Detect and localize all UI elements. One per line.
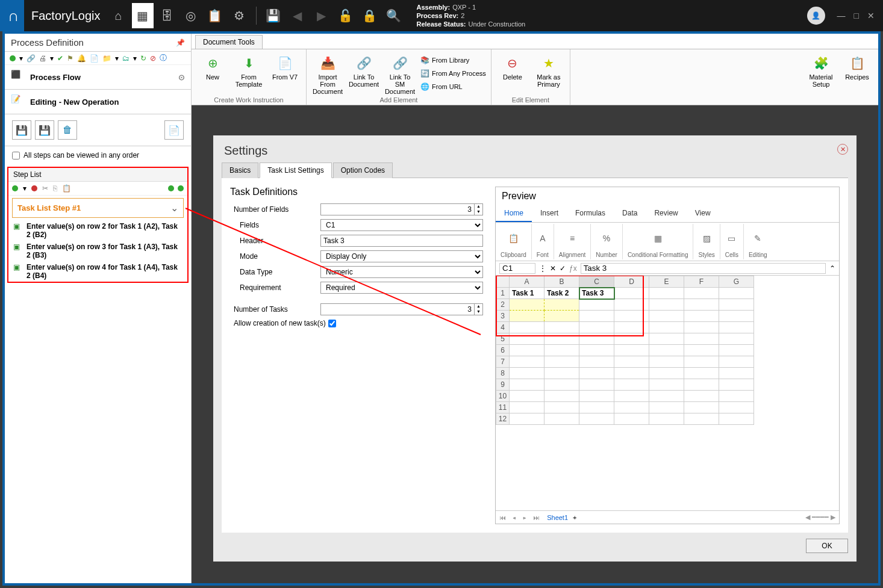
- preview-heading: Preview: [496, 187, 839, 205]
- remove-step-icon[interactable]: [31, 185, 37, 191]
- task-icon: ▣: [13, 263, 23, 280]
- trash-icon[interactable]: 🗑: [58, 120, 77, 140]
- tab-basics[interactable]: Basics: [222, 162, 258, 178]
- database-icon[interactable]: 🗄: [156, 3, 178, 28]
- step-item[interactable]: ▣Enter value(s) on row 2 for Task 1 (A2)…: [8, 220, 187, 241]
- fields-select[interactable]: C1: [320, 219, 483, 231]
- maximize-button[interactable]: □: [854, 11, 859, 20]
- assembly-info: Assembly:QXP - 1 Process Rev:2 Release S…: [417, 3, 526, 28]
- from-url-button[interactable]: 🌐From URL: [420, 81, 486, 93]
- link-to-document-button[interactable]: 🔗Link To Document: [348, 52, 380, 88]
- excel-tab-review[interactable]: Review: [646, 205, 686, 222]
- step-list-box: Step List ▾ ✂ ⎘ 📋 Task List Step #1 ⌄ ▣E…: [7, 167, 189, 283]
- excel-tab-data[interactable]: Data: [614, 205, 646, 222]
- new-button[interactable]: ⊕New: [196, 52, 229, 81]
- add-sheet-icon[interactable]: +: [573, 514, 576, 521]
- num-tasks-input[interactable]: [320, 303, 475, 315]
- copy-icon[interactable]: ⎘: [53, 184, 57, 193]
- ribbon: ⊕New ⬇From Template 📄From V7 Create Work…: [192, 49, 878, 105]
- allow-new-checkbox[interactable]: [328, 320, 336, 327]
- save-as-icon[interactable]: 💾: [35, 120, 54, 140]
- minimize-button[interactable]: —: [837, 11, 846, 20]
- sheet-nav[interactable]: ⏮ ◀ ▶ ⏭: [499, 514, 542, 521]
- from-any-process-button[interactable]: 🔄From Any Process: [420, 67, 486, 79]
- editing-section[interactable]: 📝 Editing - New Operation: [5, 90, 191, 114]
- clipboard-icon[interactable]: 📋: [204, 3, 226, 28]
- close-button[interactable]: ✕: [867, 11, 875, 20]
- add-step-icon[interactable]: [12, 185, 18, 191]
- search-icon[interactable]: 🔍: [383, 3, 405, 28]
- save-doc-icon[interactable]: 💾: [12, 120, 31, 140]
- excel-tab-insert[interactable]: Insert: [532, 205, 567, 222]
- hscroll[interactable]: ◀ ━━━━ ▶: [805, 513, 835, 521]
- chevron-down-icon[interactable]: ⌄: [170, 202, 178, 214]
- add-icon[interactable]: [10, 55, 16, 61]
- tab-option-codes[interactable]: Option Codes: [333, 162, 393, 178]
- app-logo: ∩: [2, 0, 24, 31]
- mode-select[interactable]: Display Only: [320, 250, 483, 262]
- task-defs-heading: Task Definitions: [230, 187, 483, 197]
- fx-icon[interactable]: ƒx: [569, 264, 577, 273]
- header-input[interactable]: [320, 235, 483, 247]
- process-definition-panel: Process Definition 📌 ▾ 🔗 🖨▾ ✔ ⚑ 🔔 📄 📁▾ 🗂…: [5, 34, 192, 583]
- user-avatar-icon[interactable]: 👤: [807, 7, 825, 25]
- preview-panel: Preview Home Insert Formulas Data Review…: [495, 187, 840, 524]
- refresh-icon[interactable]: [168, 185, 174, 191]
- spreadsheet-grid[interactable]: A B C D E F G 1Task 1Task 2Task 3 2: [496, 276, 839, 510]
- step-item[interactable]: ▣Enter value(s) on row 4 for Task 1 (A4)…: [8, 261, 187, 282]
- accept-icon[interactable]: ✓: [560, 264, 566, 273]
- tab-task-list-settings[interactable]: Task List Settings: [260, 162, 331, 178]
- link-to-sm-button[interactable]: 🔗Link To SM Document: [384, 52, 416, 95]
- num-fields-input[interactable]: [320, 203, 475, 215]
- delete-button[interactable]: ⊖Delete: [496, 52, 529, 81]
- grid-icon[interactable]: ▦: [132, 3, 154, 28]
- title-bar: ∩ FactoryLogix ⌂ ▦ 🗄 ◎ 📋 ⚙ 💾 ◀ ▶ 🔓 🔒 🔍 A…: [0, 0, 883, 31]
- material-setup-button[interactable]: 🧩Material Setup: [805, 52, 837, 88]
- close-settings-icon[interactable]: ✕: [837, 144, 848, 155]
- apply-icon[interactable]: [178, 185, 184, 191]
- spinner[interactable]: ▲▼: [475, 303, 483, 315]
- checklist-icon: 📝: [11, 94, 25, 109]
- ribbon-tab-document-tools[interactable]: Document Tools: [195, 35, 263, 49]
- formula-input[interactable]: [581, 263, 826, 274]
- home-icon[interactable]: ⌂: [108, 3, 129, 28]
- from-library-button[interactable]: 📚From Library: [420, 54, 486, 66]
- requirement-select[interactable]: Required: [320, 282, 483, 294]
- from-template-button[interactable]: ⬇From Template: [232, 52, 265, 88]
- cell-reference-input[interactable]: [499, 263, 535, 274]
- recipes-button[interactable]: 📋Recipes: [841, 52, 873, 81]
- selected-step[interactable]: Task List Step #1 ⌄: [12, 198, 184, 218]
- from-v7-button[interactable]: 📄From V7: [269, 52, 301, 81]
- unlock-icon[interactable]: 🔓: [335, 3, 357, 28]
- gear-icon[interactable]: ⚙: [228, 3, 250, 28]
- import-from-document-button[interactable]: 📥Import From Document: [311, 52, 344, 95]
- settings-title: Settings: [224, 144, 267, 158]
- datatype-select[interactable]: Numeric: [320, 266, 483, 278]
- flow-icon: ⬛: [11, 70, 25, 84]
- steps-any-order-checkbox[interactable]: [12, 152, 20, 159]
- excel-tab-home[interactable]: Home: [496, 205, 532, 222]
- task-icon: ▣: [13, 222, 23, 239]
- spinner[interactable]: ▲▼: [475, 203, 483, 215]
- cancel-icon[interactable]: ✕: [550, 264, 556, 273]
- pin-icon[interactable]: 📌: [176, 39, 185, 47]
- mark-primary-button[interactable]: ★Mark as Primary: [532, 52, 565, 88]
- save-icon[interactable]: 💾: [263, 3, 284, 28]
- target-icon[interactable]: ◎: [180, 3, 202, 28]
- excel-tab-formulas[interactable]: Formulas: [567, 205, 614, 222]
- expand-formula-icon[interactable]: ⌃: [829, 264, 835, 273]
- app-name: FactoryLogix: [24, 9, 108, 23]
- process-flow-section[interactable]: ⬛ Process Flow ⊙: [5, 65, 191, 90]
- step-list-header: Step List: [8, 168, 187, 182]
- ok-button[interactable]: OK: [806, 539, 848, 553]
- sheet-tab[interactable]: Sheet1: [547, 514, 568, 521]
- expand-icon[interactable]: ⊙: [178, 73, 185, 82]
- note-icon[interactable]: 📄: [164, 120, 184, 140]
- forward-icon[interactable]: ▶: [311, 3, 332, 28]
- excel-tab-view[interactable]: View: [687, 205, 719, 222]
- step-item[interactable]: ▣Enter value(s) on row 3 for Task 1 (A3)…: [8, 241, 187, 261]
- cut-icon[interactable]: ✂: [42, 184, 48, 193]
- lock-icon[interactable]: 🔒: [359, 3, 381, 28]
- paste-icon[interactable]: 📋: [62, 184, 71, 193]
- back-icon[interactable]: ◀: [287, 3, 308, 28]
